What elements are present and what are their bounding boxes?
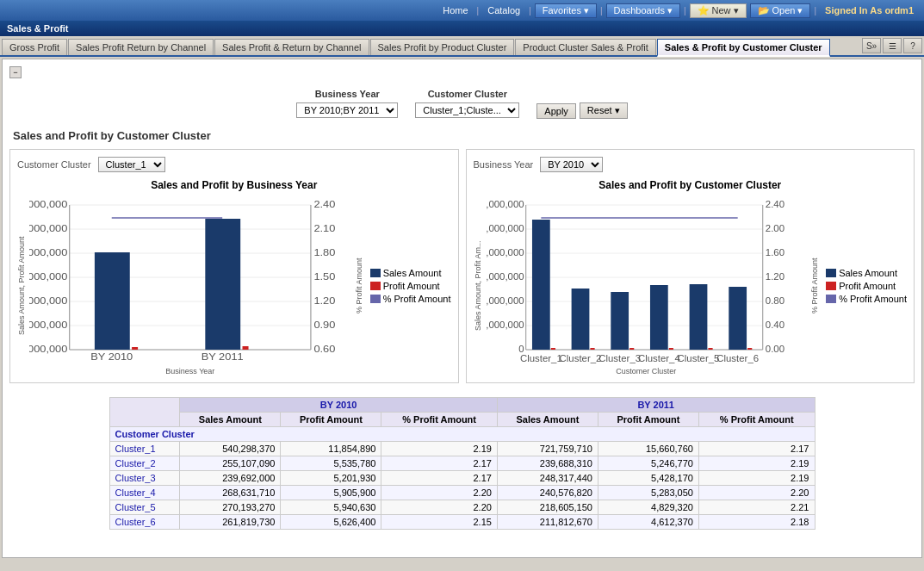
legend-profit-color [370, 282, 381, 290]
table-cell: 4,829,320 [598, 500, 698, 515]
table-cell: 5,940,630 [281, 500, 381, 515]
cluster-label[interactable]: Cluster_1 [109, 442, 180, 456]
right-legend-profit: Profit Amount [826, 281, 907, 291]
legend-sales-label: Sales Amount [383, 268, 442, 278]
table-cell: 5,246,770 [598, 456, 698, 471]
tab-icon-help[interactable]: ? [903, 38, 922, 53]
tabs-bar: Gross Profit Sales Profit Return by Chan… [0, 36, 924, 57]
table-cell: 5,283,050 [598, 486, 698, 500]
cluster-label[interactable]: Cluster_5 [109, 500, 180, 515]
home-link[interactable]: Home [437, 3, 473, 17]
col-profit-2011: Profit Amount [598, 413, 698, 427]
tab-sales-profit-return[interactable]: Sales Profit Return by Channel [68, 39, 214, 55]
right-chart-filter-row: Business Year BY 2010 [474, 157, 908, 172]
right-legend-pct-color [826, 295, 836, 303]
svg-text:400,000,000: 400,000,000 [29, 295, 68, 307]
tab-product-cluster-sales[interactable]: Product Cluster Sales & Profit [515, 39, 656, 55]
right-legend-pct-label: % Profit Amount [839, 294, 907, 304]
table-cell: 2.17 [698, 442, 815, 456]
legend-profit-label: Profit Amount [383, 281, 440, 291]
svg-text:2.40: 2.40 [765, 199, 784, 209]
tab-sales-profit-product[interactable]: Sales Profit by Product Cluster [370, 39, 515, 55]
svg-text:0.60: 0.60 [313, 344, 335, 355]
cluster-label[interactable]: Cluster_6 [109, 515, 180, 530]
svg-text:BY 2010: BY 2010 [90, 351, 133, 363]
svg-text:1.60: 1.60 [765, 247, 784, 258]
table-row: Cluster_1540,298,37011,854,8902.19721,75… [109, 442, 815, 456]
svg-text:0.40: 0.40 [765, 320, 784, 330]
svg-rect-58 [747, 348, 752, 350]
legend-pct-color [370, 295, 381, 303]
favorites-dropdown[interactable]: Favorites ▾ [535, 3, 597, 18]
apply-button[interactable]: Apply [536, 103, 576, 119]
table-row: Cluster_3239,692,0005,201,9302.17248,317… [109, 471, 815, 486]
svg-text:100,000,000: 100,000,000 [486, 320, 524, 330]
table-cell: 239,692,000 [180, 471, 281, 486]
svg-text:Cluster_6: Cluster_6 [716, 353, 759, 363]
svg-text:0.00: 0.00 [765, 344, 784, 354]
right-chart-year-select[interactable]: BY 2010 [540, 157, 603, 172]
svg-text:300,000,000: 300,000,000 [486, 271, 524, 282]
charts-row: Customer Cluster Cluster_1 Sales and Pro… [9, 149, 915, 383]
right-chart-panel: Business Year BY 2010 Sales and Profit b… [466, 149, 915, 383]
tab-sales-profit-customer[interactable]: Sales & Profit by Customer Cluster [657, 39, 830, 57]
svg-rect-17 [132, 347, 138, 350]
svg-text:500,000,000: 500,000,000 [486, 223, 524, 233]
table-cell: 268,631,710 [180, 486, 281, 500]
svg-text:2.40: 2.40 [313, 199, 335, 210]
tab-sales-profit-and-return[interactable]: Sales Profit & Return by Channel [214, 39, 369, 55]
table-header-by2010: BY 2010 [180, 398, 498, 413]
svg-text:2.10: 2.10 [313, 223, 335, 234]
collapse-button[interactable]: − [9, 66, 22, 78]
svg-rect-51 [611, 292, 629, 350]
svg-text:200,000,000: 200,000,000 [29, 344, 68, 355]
left-chart-cluster-select[interactable]: Cluster_1 [98, 157, 165, 172]
business-year-select[interactable]: BY 2010;BY 2011 [296, 102, 398, 118]
svg-text:BY 2011: BY 2011 [202, 351, 244, 363]
right-chart-area: 600,000,000 500,000,000 400,000,000 300,… [486, 196, 808, 375]
table-cell: 2.20 [381, 486, 497, 500]
right-legend-pct: % Profit Amount [826, 294, 907, 304]
svg-text:Cluster_3: Cluster_3 [598, 353, 641, 363]
left-chart-filter-row: Customer Cluster Cluster_1 [17, 157, 451, 172]
table-cell: 15,660,760 [598, 442, 698, 456]
table-row: Cluster_5270,193,2705,940,6302.20218,605… [109, 500, 815, 515]
col-sales-2011: Sales Amount [497, 413, 598, 427]
left-chart-filter-label: Customer Cluster [17, 159, 91, 170]
data-table-wrapper: BY 2010 BY 2011 Sales Amount Profit Amou… [9, 397, 915, 530]
customer-cluster-select[interactable]: Cluster_1;Cluste... [415, 102, 519, 118]
svg-text:Cluster_5: Cluster_5 [677, 353, 719, 363]
table-cell: 5,626,400 [281, 515, 381, 530]
open-button[interactable]: 📂 Open ▾ [750, 3, 811, 18]
legend-profit: Profit Amount [370, 281, 451, 291]
new-button[interactable]: ⭐ New ▾ [690, 3, 747, 18]
reset-button[interactable]: Reset ▾ [580, 102, 628, 119]
tab-icon-list[interactable]: ☰ [883, 38, 902, 53]
tab-gross-profit[interactable]: Gross Profit [2, 39, 67, 55]
svg-text:1.50: 1.50 [313, 271, 335, 282]
dashboards-dropdown[interactable]: Dashboards ▾ [606, 3, 680, 18]
cluster-label[interactable]: Cluster_4 [109, 486, 180, 500]
table-cell: 270,193,270 [180, 500, 281, 515]
left-chart-y-axis-right: % Profit Amount [355, 196, 363, 375]
main-content: − Business Year BY 2010;BY 2011 Customer… [2, 59, 922, 558]
section-title: Sales and Profit by Customer Cluster [13, 129, 915, 142]
left-chart-y-axis-left: Sales Amount, Profit Amount [17, 196, 26, 375]
svg-text:1.20: 1.20 [313, 295, 335, 307]
tab-icon-s[interactable]: S» [862, 38, 881, 53]
table-cell: 4,612,370 [598, 515, 698, 530]
svg-text:1.80: 1.80 [313, 247, 335, 258]
svg-text:2.00: 2.00 [765, 223, 784, 233]
svg-rect-57 [729, 287, 747, 350]
table-cell: 721,759,710 [497, 442, 598, 456]
table-row: Cluster_4268,631,7105,905,9002.20240,576… [109, 486, 815, 500]
right-legend-sales: Sales Amount [826, 268, 907, 278]
filter-row: Business Year BY 2010;BY 2011 Customer C… [9, 89, 915, 119]
right-legend-profit-color [826, 282, 836, 290]
right-chart-svg: 600,000,000 500,000,000 400,000,000 300,… [486, 196, 808, 369]
catalog-link[interactable]: Catalog [482, 3, 525, 17]
table-cell: 2.18 [698, 515, 815, 530]
cluster-label[interactable]: Cluster_2 [109, 456, 180, 471]
cluster-label[interactable]: Cluster_3 [109, 471, 180, 486]
data-table: BY 2010 BY 2011 Sales Amount Profit Amou… [109, 397, 815, 530]
